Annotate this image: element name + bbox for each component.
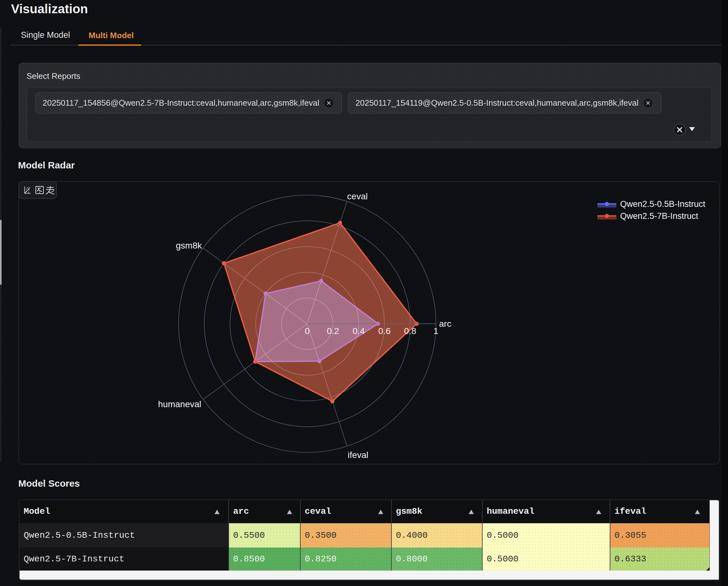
svg-text:Qwen2.5-7B-Instruct: Qwen2.5-7B-Instruct [620,211,698,221]
svg-text:ifeval: ifeval [347,450,368,460]
svg-text:gsm8k: gsm8k [176,241,202,250]
svg-text:0: 0 [305,326,310,336]
svg-text:0.4: 0.4 [353,326,365,336]
svg-text:arc: arc [439,319,451,329]
svg-text:1: 1 [434,326,438,336]
svg-text:ceval: ceval [347,191,367,201]
svg-text:0.8: 0.8 [404,326,416,336]
svg-text:humaneval: humaneval [158,399,201,409]
svg-text:0.6: 0.6 [378,326,390,336]
svg-text:0.2: 0.2 [327,326,339,336]
svg-text:Qwen2.5-0.5B-Instruct: Qwen2.5-0.5B-Instruct [620,199,706,209]
